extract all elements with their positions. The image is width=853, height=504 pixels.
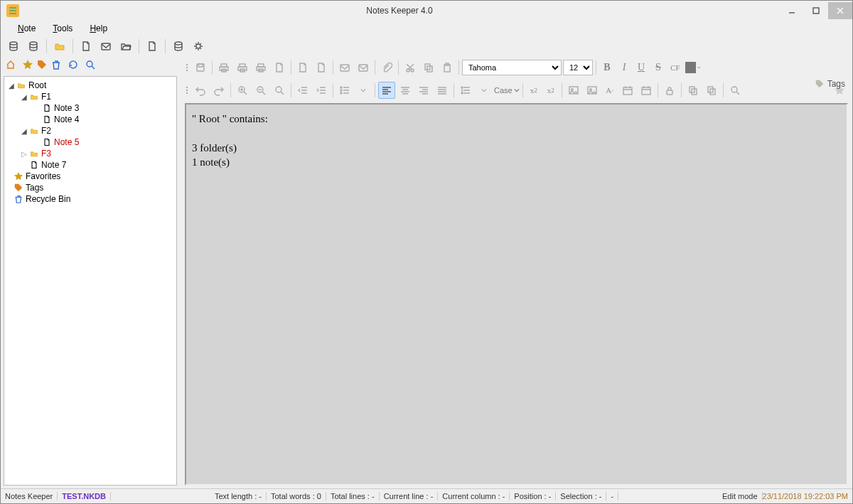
- editor-note-count: 1 note(s): [192, 155, 841, 169]
- undo-icon[interactable]: [192, 82, 209, 99]
- insert-calendar-icon[interactable]: [619, 82, 636, 99]
- tree-root[interactable]: ◢ Root: [4, 80, 176, 91]
- save-icon[interactable]: [192, 59, 209, 76]
- tree-favorites[interactable]: Favorites: [4, 171, 176, 182]
- search-tree-icon[interactable]: [85, 59, 96, 73]
- bullets-icon[interactable]: [336, 82, 353, 99]
- tree-recycle[interactable]: Recycle Bin: [4, 193, 176, 205]
- paste-note-icon[interactable]: [703, 82, 720, 99]
- font-size-select[interactable]: 12: [563, 60, 593, 75]
- font-family-select[interactable]: Tahoma: [462, 60, 562, 75]
- tree-folder-f1[interactable]: ◢ F1: [4, 91, 176, 102]
- email2-icon[interactable]: [355, 59, 372, 76]
- italic-button[interactable]: I: [616, 60, 632, 75]
- new-folder-icon[interactable]: [51, 38, 68, 55]
- case-button[interactable]: Case: [494, 86, 520, 95]
- copy-icon[interactable]: [420, 59, 437, 76]
- new-note-icon[interactable]: [77, 38, 95, 55]
- status-curcol: Current column : -: [438, 492, 510, 500]
- maximize-button[interactable]: [804, 2, 828, 19]
- titlebar: Notes Keeper 4.0: [1, 1, 852, 21]
- zoom-out-icon[interactable]: [252, 82, 269, 99]
- close-button[interactable]: [828, 2, 852, 19]
- insert-char-icon[interactable]: A◦: [602, 82, 618, 98]
- font-color-button[interactable]: [685, 59, 702, 76]
- settings-icon[interactable]: [190, 38, 207, 55]
- line-spacing-icon[interactable]: [457, 82, 474, 99]
- insert-image-icon[interactable]: [565, 82, 582, 99]
- note-editor[interactable]: " Root " contains: 3 folder(s) 1 note(s): [185, 103, 848, 486]
- page-setup-icon[interactable]: [271, 59, 288, 76]
- redo-icon[interactable]: [210, 82, 227, 99]
- main-toolbar: [1, 36, 852, 56]
- app-icon: [6, 4, 19, 17]
- tree-folder-f2[interactable]: ◢ F2: [4, 125, 176, 136]
- email-icon[interactable]: [336, 59, 353, 76]
- menu-tools[interactable]: Tools: [45, 22, 80, 35]
- menu-help[interactable]: Help: [82, 22, 114, 35]
- indent-icon[interactable]: [313, 82, 330, 99]
- lock-icon[interactable]: [661, 82, 678, 99]
- minimize-button[interactable]: [780, 2, 804, 19]
- attach-icon[interactable]: [378, 59, 395, 76]
- export-doc-icon[interactable]: [294, 59, 311, 76]
- tree-note4[interactable]: Note 4: [4, 114, 176, 125]
- editor-panel: Tahoma 12 B I U S CF: [181, 56, 852, 488]
- underline-button[interactable]: U: [633, 60, 649, 75]
- tags-button[interactable]: Tags: [815, 79, 845, 89]
- tree-folder-f3[interactable]: ▷ F3: [4, 148, 176, 159]
- clear-format-button[interactable]: CF: [667, 60, 683, 75]
- tags-icon[interactable]: [36, 59, 48, 73]
- tree-note5[interactable]: Note 5: [4, 136, 176, 148]
- menu-note[interactable]: Note: [11, 22, 43, 35]
- insert-table-icon[interactable]: [638, 82, 655, 99]
- status-datetime: 23/11/2018 19:22:03 PM: [763, 492, 852, 500]
- status-lines: Total lines : -: [326, 492, 380, 500]
- copy-note-icon[interactable]: [685, 82, 702, 99]
- menubar: Note Tools Help: [1, 21, 852, 36]
- delete-note-icon[interactable]: [144, 38, 161, 55]
- export-rtf-icon[interactable]: [313, 59, 330, 76]
- align-right-icon[interactable]: [415, 82, 432, 99]
- align-center-icon[interactable]: [397, 82, 414, 99]
- zoom-in-icon[interactable]: [234, 82, 251, 99]
- db-open-icon[interactable]: [5, 38, 22, 55]
- print-icon[interactable]: [215, 59, 232, 76]
- status-words: Total words : 0: [267, 492, 326, 500]
- align-left-icon[interactable]: [378, 82, 395, 99]
- find-replace-icon[interactable]: [726, 82, 744, 99]
- recycle-icon[interactable]: [50, 59, 62, 73]
- status-pos: Position : -: [510, 492, 556, 500]
- editor-title-line: " Root " contains:: [192, 112, 841, 126]
- subscript-icon[interactable]: x2: [543, 82, 559, 98]
- tree-tags[interactable]: Tags: [4, 182, 176, 193]
- tags-label: Tags: [827, 79, 845, 89]
- status-curline: Current line : -: [380, 492, 439, 500]
- print-preview-icon[interactable]: [234, 59, 251, 76]
- paste-icon[interactable]: [439, 59, 456, 76]
- folder-tree[interactable]: ◢ Root ◢ F1 Note 3 Note 4 ◢ F: [4, 76, 177, 486]
- refresh-icon[interactable]: [68, 59, 79, 73]
- status-sel: Selection : -: [556, 492, 606, 500]
- bullets-down-icon[interactable]: [355, 82, 372, 99]
- tree-note3[interactable]: Note 3: [4, 102, 176, 114]
- open-file-icon[interactable]: [117, 38, 134, 55]
- cut-icon[interactable]: [402, 59, 419, 76]
- zoom-reset-icon[interactable]: [271, 82, 288, 99]
- align-justify-icon[interactable]: [434, 82, 451, 99]
- insert-object-icon[interactable]: [584, 82, 601, 99]
- line-spacing-down-icon[interactable]: [476, 82, 493, 99]
- favorites-icon[interactable]: [22, 59, 33, 73]
- print-settings-icon[interactable]: [252, 59, 269, 76]
- tree-note7[interactable]: Note 7: [4, 159, 176, 171]
- strike-button[interactable]: S: [650, 60, 666, 75]
- tree-toolbar: [1, 56, 180, 75]
- db-new-icon[interactable]: [25, 38, 42, 55]
- home-icon[interactable]: [5, 59, 16, 73]
- outdent-icon[interactable]: [294, 82, 311, 99]
- db-manage-icon[interactable]: [170, 38, 187, 55]
- status-editmode: Edit mode: [718, 492, 763, 500]
- bold-button[interactable]: B: [599, 60, 615, 75]
- superscript-icon[interactable]: x2: [526, 82, 542, 98]
- save-note-icon[interactable]: [97, 38, 114, 55]
